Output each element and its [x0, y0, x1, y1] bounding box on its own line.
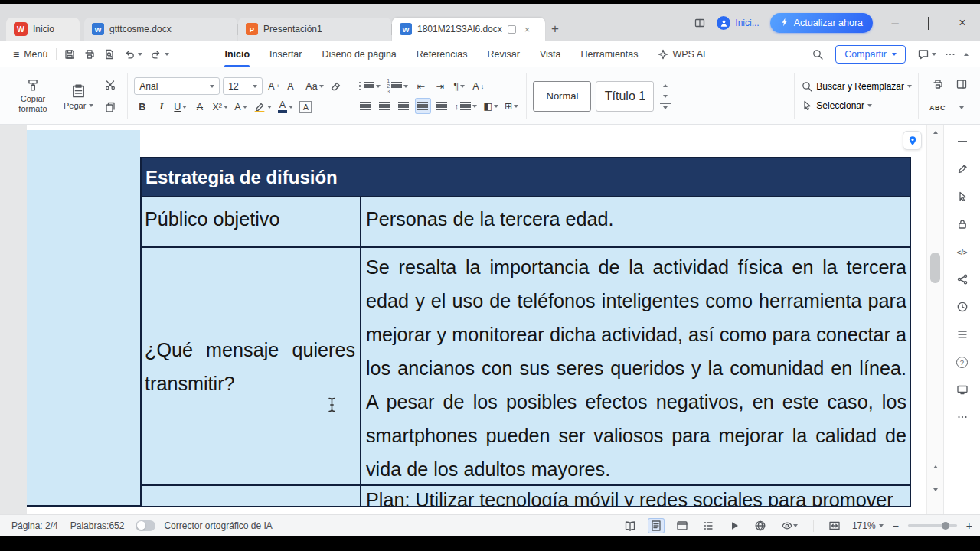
tab-vista[interactable]: Vista — [530, 41, 571, 67]
outline-view-button[interactable] — [700, 518, 717, 533]
tab-revisar[interactable]: Revisar — [478, 41, 530, 67]
undo-button[interactable] — [119, 48, 146, 60]
undo-dropdown-caret[interactable] — [138, 53, 142, 56]
font-color-button[interactable]: A — [276, 99, 295, 115]
document-table[interactable]: Estrategia de difusión Público objetivo … — [140, 157, 911, 507]
zoom-slider-knob[interactable] — [942, 522, 949, 530]
navigation-list-icon[interactable] — [955, 327, 970, 342]
save-button[interactable] — [60, 48, 80, 60]
shading-button[interactable]: ◧ — [482, 98, 500, 114]
highlight-color-button[interactable] — [252, 99, 273, 115]
sort-button[interactable]: A ↓ — [470, 78, 486, 94]
decrease-indent-button[interactable]: ⇤ — [413, 78, 429, 94]
more-dots-icon[interactable] — [955, 409, 970, 425]
italic-button[interactable]: I — [153, 99, 169, 115]
comments-button[interactable] — [913, 48, 940, 60]
line-spacing-button[interactable]: ↕ — [453, 98, 479, 114]
lock-icon[interactable] — [955, 217, 970, 232]
help-icon[interactable]: ? — [955, 354, 970, 370]
task-panel-button[interactable] — [953, 77, 969, 93]
play-button[interactable] — [726, 518, 743, 533]
strikethrough-button[interactable]: A — [191, 99, 207, 115]
table-header-cell[interactable]: Estrategia de difusión — [142, 158, 910, 196]
cut-button[interactable] — [102, 77, 118, 93]
text-effects-button[interactable]: A — [233, 99, 249, 115]
styles-down-button[interactable] — [660, 93, 671, 100]
styles-more-button[interactable] — [660, 103, 671, 111]
style-normal[interactable]: Normal — [533, 81, 591, 112]
increase-indent-button[interactable]: ⇥ — [432, 78, 448, 94]
tab-insertar[interactable]: Insertar — [260, 41, 312, 67]
tab-wps-ai[interactable]: WPS AI — [648, 41, 715, 67]
table-cell-value[interactable]: Plan: Utilizar tecnología móvil y redes … — [361, 486, 910, 506]
spellcheck-button[interactable]: ABC — [928, 100, 947, 116]
table-left-column[interactable] — [27, 130, 140, 507]
read-mode-button[interactable] — [622, 518, 639, 533]
window-split-icon[interactable] — [694, 17, 706, 29]
tab-herramientas[interactable]: Herramientas — [570, 41, 648, 67]
fit-width-button[interactable] — [826, 518, 843, 533]
document-canvas[interactable]: Estrategia de difusión Público objetivo … — [0, 125, 926, 514]
styles-up-button[interactable] — [660, 82, 671, 90]
reading-position-button[interactable] — [903, 131, 922, 150]
align-center-button[interactable] — [377, 98, 393, 114]
ribbon-expand-button[interactable] — [953, 100, 969, 116]
bullet-list-button[interactable] — [358, 78, 383, 94]
word-count[interactable]: Palabras:652 — [67, 520, 129, 531]
bold-button[interactable]: B — [134, 99, 150, 115]
share-icon[interactable] — [955, 272, 970, 287]
main-menu-button[interactable]: ≡ Menú — [8, 48, 53, 60]
cursor-select-icon[interactable] — [955, 189, 970, 204]
shrink-font-button[interactable]: A− — [285, 78, 301, 94]
distribute-button[interactable] — [434, 98, 450, 114]
update-now-button[interactable]: Actualizar ahora — [770, 13, 873, 33]
align-left-button[interactable] — [358, 98, 374, 114]
table-cell-value[interactable]: Personas de la tercera edad. — [361, 197, 910, 246]
justify-button[interactable] — [415, 98, 431, 114]
underline-button[interactable]: U — [172, 99, 188, 115]
web-preview-button[interactable] — [752, 518, 769, 533]
collapse-sidebar-icon[interactable] — [955, 134, 970, 149]
wps-home-tab[interactable]: W Inicio — [6, 18, 80, 41]
vertical-scrollbar[interactable] — [926, 125, 943, 514]
doc-tab-active[interactable]: W 1801M21S3Al6.docx × — [392, 18, 545, 41]
printer-button[interactable] — [928, 77, 947, 93]
table-cell-label[interactable]: Público objetivo — [142, 197, 361, 246]
superscript-button[interactable]: X² — [211, 99, 230, 115]
numbered-list-button[interactable]: 123 — [385, 78, 410, 94]
zoom-level-button[interactable]: 171% — [852, 520, 884, 531]
zoom-in-button[interactable]: + — [966, 520, 972, 532]
grow-font-button[interactable]: A+ — [266, 78, 282, 94]
clear-format-button[interactable] — [328, 78, 345, 94]
minimize-button[interactable]: ─ — [884, 18, 906, 29]
tab-inicio[interactable]: Inicio — [214, 41, 260, 67]
paragraph-marks-button[interactable]: ¶ — [451, 78, 467, 94]
tab-popout-icon[interactable] — [508, 25, 516, 34]
next-page-button[interactable] — [933, 481, 938, 494]
borders-button[interactable]: ⊞ — [503, 98, 520, 114]
zoom-slider[interactable] — [908, 524, 957, 527]
doc-tab-presentacion[interactable]: P Presentación1 — [238, 18, 391, 41]
close-window-button[interactable]: × — [951, 16, 974, 30]
change-case-button[interactable]: Aa — [304, 78, 325, 94]
maximize-button[interactable] — [917, 18, 940, 29]
table-cell-label[interactable]: ¿Qué mensaje quieres transmitir? — [142, 248, 361, 484]
tab-close-icon[interactable]: × — [524, 24, 531, 35]
screen-cast-icon[interactable] — [955, 382, 970, 397]
font-name-select[interactable]: Arial — [134, 77, 220, 95]
redo-dropdown-caret[interactable] — [165, 53, 169, 56]
style-titulo1[interactable]: Título 1 — [596, 81, 654, 112]
character-border-button[interactable]: A — [298, 99, 314, 115]
source-code-icon[interactable]: </> — [955, 244, 970, 259]
page-indicator[interactable]: Página: 2/4 — [8, 520, 62, 531]
find-replace-button[interactable]: Buscar y Reemplazar — [801, 80, 912, 93]
table-cell-label[interactable] — [142, 486, 361, 506]
collapse-ribbon-button[interactable] — [960, 53, 972, 56]
print-button[interactable] — [80, 48, 100, 60]
font-size-select[interactable]: 12 — [223, 77, 263, 95]
print-preview-button[interactable] — [100, 48, 119, 60]
new-tab-button[interactable]: + — [545, 18, 565, 41]
table-cell-value[interactable]: Se resalta la importancia de la activida… — [361, 248, 910, 484]
previous-page-button[interactable] — [933, 458, 938, 471]
redo-button[interactable] — [146, 48, 173, 60]
